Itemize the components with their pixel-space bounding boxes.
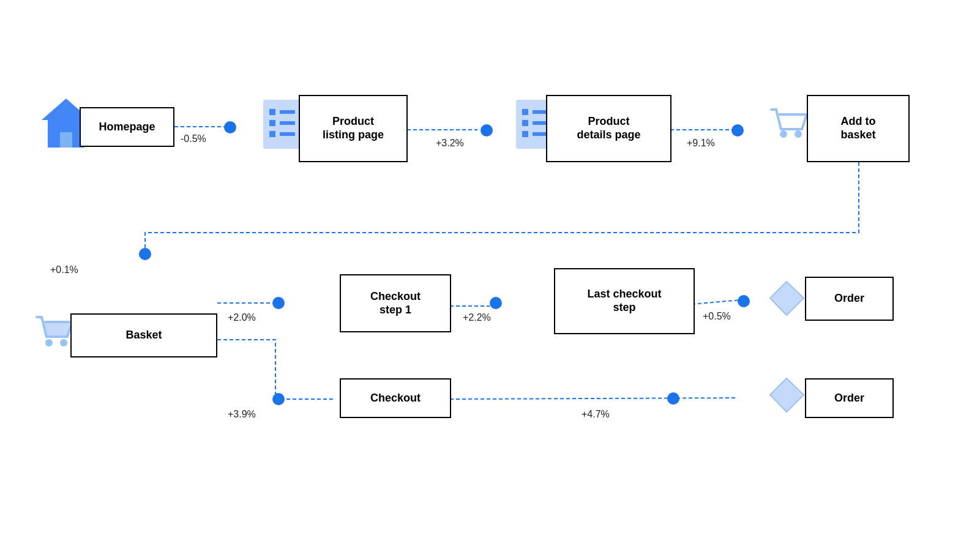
svg-rect-13: [280, 121, 295, 125]
svg-rect-14: [269, 131, 275, 137]
svg-marker-28: [770, 378, 804, 412]
svg-rect-17: [522, 109, 528, 115]
add-to-basket-node: Add tobasket: [807, 95, 910, 162]
svg-line-6: [450, 398, 738, 399]
svg-rect-12: [269, 120, 275, 126]
checkout-step1-node: Checkoutstep 1: [340, 274, 451, 332]
add-to-basket-icon: [764, 89, 813, 159]
dot-basket-checkout: [272, 393, 285, 405]
dot-last-order1: [738, 295, 750, 307]
dot-details-basket: [731, 124, 744, 137]
label-details-basket: +9.1%: [687, 138, 715, 149]
order2-icon: [764, 372, 810, 418]
dot-checkout1-last: [490, 297, 502, 309]
label-listing-details: +3.2%: [436, 138, 464, 149]
basket-node: Basket: [70, 313, 217, 357]
dot-checkout-order2: [667, 392, 679, 405]
label-checkout-order2: +4.7%: [582, 409, 610, 420]
order1-icon: [764, 271, 810, 326]
svg-point-25: [45, 339, 53, 346]
svg-point-26: [60, 339, 67, 346]
order1-node: Order: [805, 277, 894, 321]
product-details-node: Productdetails page: [546, 95, 671, 162]
label-basket-loop: +0.1%: [50, 264, 78, 275]
dot-basket-top: [139, 248, 151, 260]
label-checkout1-last: +2.2%: [463, 312, 491, 323]
svg-line-5: [692, 300, 741, 304]
svg-rect-11: [280, 110, 295, 114]
svg-point-24: [795, 130, 802, 138]
checkout-node: Checkout: [340, 378, 451, 418]
homepage-node: Homepage: [80, 107, 174, 147]
last-checkout-node: Last checkoutstep: [554, 268, 695, 334]
svg-rect-15: [280, 132, 295, 136]
svg-rect-10: [269, 109, 275, 115]
label-home-listing: -0.5%: [181, 133, 206, 144]
svg-marker-27: [770, 282, 804, 315]
dot-listing-details: [481, 124, 493, 137]
order2-node: Order: [805, 378, 894, 418]
svg-point-23: [780, 130, 787, 138]
label-basket-checkout: +3.9%: [228, 409, 256, 420]
svg-rect-8: [60, 132, 72, 148]
product-listing-node: Productlisting page: [299, 95, 408, 162]
label-basket-checkout1: +2.0%: [228, 312, 256, 323]
dot-basket-checkout1: [272, 297, 285, 309]
dot-home-listing: [224, 121, 236, 133]
label-last-order1: +0.5%: [703, 311, 731, 322]
svg-rect-19: [522, 120, 528, 126]
svg-rect-21: [522, 131, 528, 137]
